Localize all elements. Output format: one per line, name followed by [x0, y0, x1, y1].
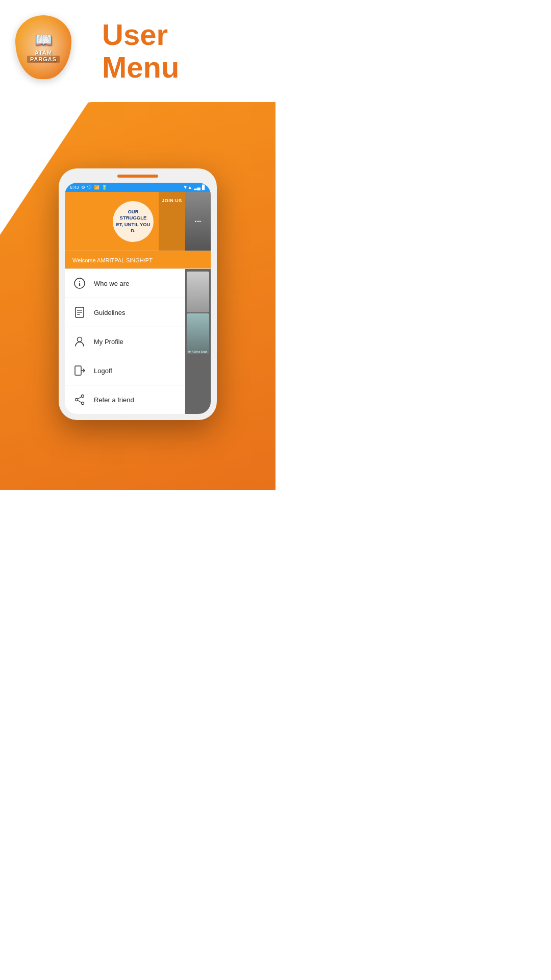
battery-level: ▊	[202, 185, 206, 190]
svg-point-11	[76, 399, 78, 401]
svg-line-13	[78, 400, 82, 403]
guidelines-icon	[72, 305, 87, 320]
svg-point-6	[78, 337, 82, 342]
logo-text-atam: ATAM	[35, 50, 52, 56]
welcome-message: Welcome AMRITPAL SINGH/PT	[72, 257, 153, 263]
app-logo: 📖 ATAM PARGAS	[15, 15, 82, 87]
top-header-section: 📖 ATAM PARGAS User Menu	[0, 0, 276, 102]
more-icon: ⋮	[194, 218, 202, 225]
side-image-top	[187, 272, 209, 312]
avatar-circle: OUR STRUGGLEET, UNTIL YOUD.	[113, 201, 154, 242]
welcome-bar: Welcome AMRITPAL SINGH/PT	[65, 251, 211, 268]
menu-item-guidelines[interactable]: Guidelines	[65, 298, 185, 327]
my-profile-label: My Profile	[94, 338, 123, 346]
join-us-panel[interactable]: JOIN US	[159, 192, 185, 251]
svg-text:i: i	[79, 280, 81, 287]
phone-mockup: 6:43 ⚙ 🛡 📶 🔋 ▼▲ ▂▄ ▊ OUR STRUGG	[59, 168, 217, 420]
menu-item-logoff[interactable]: Logoff	[65, 356, 185, 385]
person-icon	[72, 334, 87, 349]
menu-section: i Who we are	[65, 269, 185, 414]
signal-icon: ▂▄	[194, 185, 201, 190]
menu-item-refer-friend[interactable]: Refer a friend	[65, 385, 185, 414]
side-image-bottom: 4th A Deve Singh	[187, 313, 209, 354]
page-title: User Menu	[102, 18, 179, 84]
who-we-are-label: Who we are	[94, 280, 129, 287]
side-caption-text: 4th A Deve Singh	[188, 350, 207, 353]
battery-icon: 🔋	[102, 185, 107, 190]
struggle-text: OUR STRUGGLEET, UNTIL YOUD.	[113, 206, 154, 236]
phone-screen: 6:43 ⚙ 🛡 📶 🔋 ▼▲ ▂▄ ▊ OUR STRUGG	[65, 183, 211, 414]
status-bar: 6:43 ⚙ 🛡 📶 🔋 ▼▲ ▂▄ ▊	[65, 183, 211, 192]
phone-notch	[117, 175, 158, 178]
settings-icon: ⚙	[81, 185, 85, 190]
menu-item-my-profile[interactable]: My Profile	[65, 327, 185, 356]
info-icon: i	[72, 276, 87, 290]
logout-icon	[72, 363, 87, 378]
refer-friend-label: Refer a friend	[94, 396, 134, 404]
wifi-icon: ▼▲	[183, 185, 192, 190]
svg-rect-7	[75, 366, 81, 375]
svg-point-9	[82, 395, 84, 398]
logo-text-pargas: PARGAS	[27, 56, 60, 63]
guidelines-label: Guidelines	[94, 309, 125, 316]
side-panel: ⋮	[185, 192, 211, 251]
menu-list: i Who we are	[65, 269, 185, 414]
right-side-panel: 4th A Deve Singh	[185, 269, 211, 414]
app-header: OUR STRUGGLEET, UNTIL YOUD. JOIN US ⋮	[65, 192, 211, 251]
security-icon: 🛡	[87, 185, 92, 190]
svg-point-10	[82, 402, 84, 405]
sim-icon: 📶	[94, 185, 99, 190]
svg-line-12	[78, 397, 82, 399]
join-us-label[interactable]: JOIN US	[162, 198, 182, 203]
logo-book-icon: 📖	[35, 32, 53, 48]
share-icon	[72, 393, 87, 407]
logoff-label: Logoff	[94, 367, 112, 375]
menu-item-who-we-are[interactable]: i Who we are	[65, 269, 185, 298]
status-time: 6:43	[70, 185, 79, 190]
